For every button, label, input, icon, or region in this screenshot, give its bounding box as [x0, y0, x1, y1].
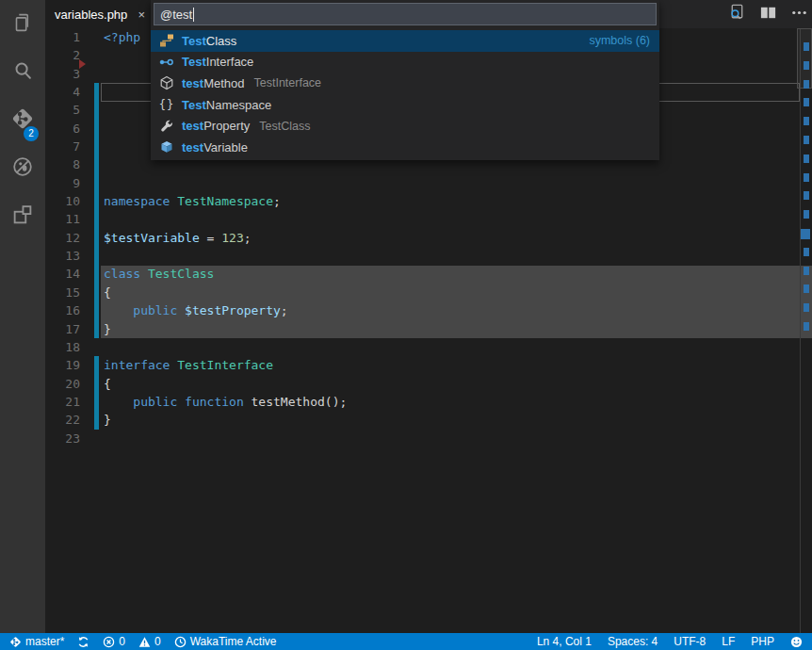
line-number: 7	[45, 138, 80, 155]
code-line[interactable]: 18	[45, 338, 800, 356]
quick-open-input[interactable]: @test	[154, 3, 657, 25]
activity-item-extensions[interactable]	[0, 192, 45, 240]
status-sync[interactable]	[77, 636, 89, 648]
symbol-namespace-icon: {}	[159, 97, 174, 112]
line-number: 22	[45, 411, 80, 429]
code-line[interactable]: 23	[45, 430, 800, 447]
quick-open-item-testproperty[interactable]: testPropertyTestClass	[151, 115, 659, 137]
line-number: 8	[45, 155, 80, 173]
code-line[interactable]: 14class TestClass	[45, 265, 800, 283]
quick-open-item-testmethod[interactable]: testMethodTestInterface	[151, 73, 659, 94]
code-line[interactable]: 13	[45, 247, 800, 265]
code-line[interactable]: 22}	[45, 411, 800, 429]
status-encoding-label: UTF-8	[674, 635, 706, 648]
ruler-modified-mark	[804, 154, 809, 163]
open-preview-icon	[728, 4, 746, 25]
status-indentation-label: Spaces: 4	[608, 635, 658, 648]
overview-ruler	[800, 28, 812, 633]
split-editor-button[interactable]	[757, 4, 778, 24]
code-line[interactable]: 20{	[45, 375, 800, 393]
ruler-modified-mark	[804, 117, 809, 125]
status-git-branch[interactable]: master*	[9, 635, 64, 648]
code-text: {	[104, 284, 111, 301]
code-text: }	[104, 411, 111, 429]
code-text: public function testMethod();	[104, 393, 347, 411]
code-line[interactable]: 19interface TestInterface	[45, 356, 800, 374]
status-language-label: PHP	[751, 635, 774, 648]
code-line[interactable]: 11	[45, 210, 800, 228]
item-label: testMethod	[182, 76, 245, 90]
tab-variables-php[interactable]: variables.php ×	[45, 0, 153, 28]
line-number: 21	[45, 393, 80, 411]
status-warnings-label: 0	[154, 635, 161, 648]
branch-icon	[9, 636, 22, 648]
quick-open-item-testclass[interactable]: TestClasssymbols (6)	[151, 30, 659, 52]
status-encoding[interactable]: UTF-8	[674, 635, 706, 648]
code-line[interactable]: 21 public function testMethod();	[45, 393, 800, 411]
line-number: 18	[45, 338, 80, 356]
close-icon[interactable]: ×	[138, 8, 145, 21]
tab-label: variables.php	[55, 8, 132, 22]
code-text: {	[104, 375, 111, 393]
item-label: testProperty	[182, 119, 250, 133]
ruler-modified-mark	[804, 136, 809, 144]
activity-item-explorer[interactable]	[0, 0, 45, 48]
clock-icon	[174, 636, 187, 648]
ruler-modified-mark	[804, 42, 809, 51]
line-number: 4	[45, 83, 80, 101]
status-errors-label: 0	[119, 635, 125, 648]
code-line[interactable]: 12$testVariable = 123;	[45, 229, 800, 247]
status-cursor-position-label: Ln 4, Col 1	[537, 635, 592, 648]
quick-open-item-testinterface[interactable]: TestInterface	[151, 52, 659, 73]
line-number: 13	[45, 247, 80, 265]
line-number: 16	[45, 301, 80, 319]
quick-open-item-testnamespace[interactable]: {}TestNamespace	[151, 94, 659, 116]
more-actions-button[interactable]	[788, 4, 809, 24]
activity-item-source-control[interactable]: 2	[0, 96, 45, 144]
search-icon	[10, 58, 35, 87]
more-actions-icon	[790, 4, 808, 25]
code-text: namespace TestNamespace;	[104, 192, 281, 210]
status-feedback[interactable]	[790, 636, 803, 648]
editor-actions	[726, 0, 809, 28]
status-eol-label: LF	[722, 635, 735, 648]
status-bar: master*00WakaTime Active Ln 4, Col 1Spac…	[0, 633, 812, 650]
quick-open-query: @test	[160, 8, 192, 22]
status-language[interactable]: PHP	[751, 635, 774, 648]
code-line[interactable]: 10namespace TestNamespace;	[45, 192, 800, 210]
error-icon	[103, 636, 115, 648]
line-number: 6	[45, 120, 80, 138]
status-warnings[interactable]: 0	[138, 635, 161, 648]
code-line[interactable]: 17}	[45, 320, 800, 338]
ruler-modified-mark	[801, 229, 810, 239]
line-number: 17	[45, 320, 80, 338]
status-eol[interactable]: LF	[722, 635, 735, 648]
text-caret	[193, 8, 194, 22]
scm-badge: 2	[24, 126, 39, 141]
quick-open-list: TestClasssymbols (6)TestInterfacetestMet…	[151, 30, 659, 158]
extensions-icon	[10, 203, 35, 231]
line-number: 1	[45, 28, 80, 46]
ruler-modified-mark	[804, 210, 809, 219]
activity-bar: 2	[0, 0, 45, 633]
code-line[interactable]: 15{	[45, 284, 800, 301]
explorer-icon	[10, 10, 35, 39]
status-indentation[interactable]: Spaces: 4	[608, 635, 658, 648]
code-line[interactable]: 16 public $testProperty;	[45, 301, 800, 319]
status-cursor-position[interactable]: Ln 4, Col 1	[537, 635, 592, 648]
status-errors[interactable]: 0	[103, 635, 125, 648]
quick-open-item-testvariable[interactable]: testVariable	[151, 137, 659, 158]
code-text: <?php	[104, 28, 140, 46]
activity-item-debug[interactable]	[0, 144, 45, 192]
symbol-method-icon	[159, 75, 174, 90]
open-preview-button[interactable]	[726, 4, 747, 24]
code-line[interactable]: 9	[45, 174, 800, 192]
ruler-modified-mark	[804, 61, 809, 70]
symbol-interface-icon	[159, 55, 174, 70]
activity-item-search[interactable]	[0, 48, 45, 96]
ruler-modified-mark	[804, 98, 809, 106]
status-wakatime[interactable]: WakaTime Active	[174, 635, 277, 648]
smiley-icon	[790, 636, 803, 648]
ruler-modified-mark	[804, 322, 809, 331]
status-bar-left: master*00WakaTime Active	[9, 635, 277, 648]
